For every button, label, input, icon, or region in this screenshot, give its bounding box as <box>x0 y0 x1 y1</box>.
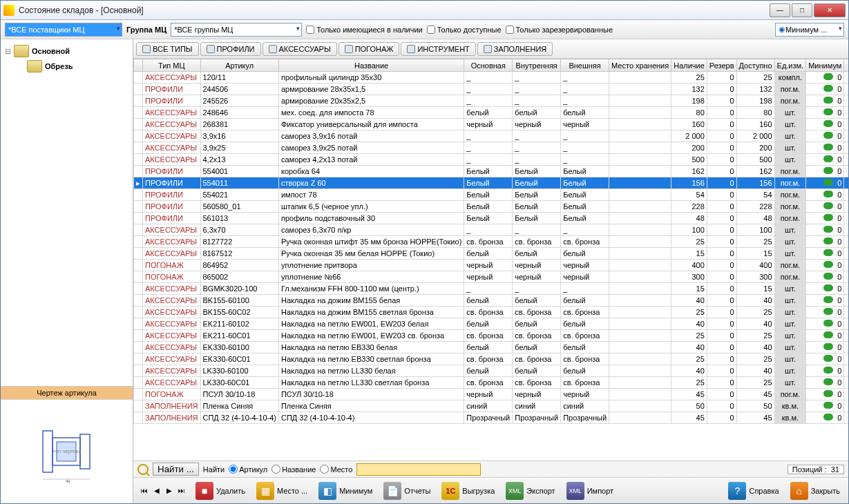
col-header[interactable] <box>844 59 848 72</box>
col-header[interactable]: Основная <box>464 59 513 72</box>
search-icon <box>137 464 149 475</box>
tab-аксессуары[interactable]: АКСЕССУАРЫ <box>263 42 337 56</box>
col-header[interactable]: Внутренняя <box>513 59 561 72</box>
svg-text:Нет чертежа: Нет чертежа <box>53 449 82 454</box>
tab-заполнения[interactable]: ЗАПОЛНЕНИЯ <box>477 42 553 56</box>
export-button[interactable]: XMLЭкспорт <box>503 481 557 501</box>
search-input[interactable] <box>356 463 481 476</box>
nav-buttons: ⏮ ◀ ▶ ⏭ <box>139 485 187 496</box>
table-row[interactable]: ПРОФИЛИ560580_01штапик 6,5 (черное упл.)… <box>134 201 849 213</box>
location-button[interactable]: ▦Место ... <box>254 481 310 501</box>
window-title: Состояние складов - [Основной] <box>19 6 770 15</box>
table-row[interactable]: АКСЕССУАРЫEK330-60100Накладка на петлю E… <box>134 342 849 353</box>
minimum-button[interactable]: ◧Минимум <box>316 481 375 501</box>
supplier-combo[interactable]: *ВСЕ поставщики МЦ <box>5 23 122 37</box>
table-row[interactable]: ЗАПОЛНЕНИЯСПД 32 (4-10-4-10-4)СПД 32 (4-… <box>134 412 849 424</box>
group-combo[interactable]: *ВСЕ группы МЦ <box>171 23 302 37</box>
close-app-button[interactable]: ⌂Закрыть <box>788 481 843 501</box>
col-header[interactable]: Наличие <box>671 59 707 72</box>
search-by-name[interactable]: Название <box>271 465 316 474</box>
table-row[interactable]: ▸ПРОФИЛИ554011створка Z 60БелыйБелыйБелы… <box>134 177 849 189</box>
col-header[interactable]: Доступно <box>736 59 774 72</box>
col-header[interactable]: Место хранения <box>609 59 671 72</box>
import-button[interactable]: XMLИмпорт <box>564 481 616 501</box>
col-header[interactable]: Ед.изм. <box>774 59 806 72</box>
status-dot <box>823 73 833 80</box>
help-button[interactable]: ?Справка <box>725 481 781 501</box>
maximize-button[interactable]: □ <box>792 3 812 17</box>
col-header[interactable]: Резерв <box>707 59 736 72</box>
nav-prev[interactable]: ◀ <box>151 485 162 496</box>
status-dot <box>823 284 833 291</box>
table-row[interactable]: АКСЕССУАРЫ3,9x16саморез 3,9х16 потай___2… <box>134 130 849 142</box>
find-button[interactable]: Найти ... <box>153 463 199 476</box>
search-by-place[interactable]: Место <box>320 465 352 474</box>
table-row[interactable]: ПОГОНАЖПСУЛ 30/10-18ПСУЛ 30/10-18черныйч… <box>134 389 849 400</box>
tab-icon <box>407 45 415 53</box>
table-row[interactable]: ПРОФИЛИ244506армирование 28х35х1,5___132… <box>134 84 849 95</box>
col-header[interactable]: Минимум <box>806 59 844 72</box>
only-available-checkbox[interactable]: Только доступные <box>427 26 502 34</box>
table-row[interactable]: АКСЕССУАРЫBGMK3020-100Гл.механизм FFH 80… <box>134 283 849 295</box>
data-grid[interactable]: Тип МЦАртикулНазваниеОсновнаяВнутренняяВ… <box>133 59 848 461</box>
table-row[interactable]: АКСЕССУАРЫ248646мех. соед. для импоста 7… <box>134 107 849 119</box>
col-header[interactable] <box>134 59 143 72</box>
table-row[interactable]: ПРОФИЛИ554001коробка 64БелыйБелыйБелый16… <box>134 166 849 177</box>
table-row[interactable]: ПОГОНАЖ864952уплотнение притворачерныйче… <box>134 260 849 271</box>
table-row[interactable]: АКСЕССУАРЫ8127722Ручка оконная штифт 35 … <box>134 236 849 248</box>
type-tabs: ВСЕ ТИПЫПРОФИЛИАКСЕССУАРЫПОГОНАЖИНСТРУМЕ… <box>133 39 848 59</box>
only-in-stock-checkbox[interactable]: Только имеющиеся в наличии <box>306 26 423 34</box>
col-header[interactable]: Артикул <box>200 59 278 72</box>
upload-button[interactable]: 1CВыгрузка <box>439 481 497 501</box>
folder-icon <box>27 60 42 72</box>
position-count: Позиций : 31 <box>788 465 844 474</box>
table-row[interactable]: ПРОФИЛИ561013профиль подставочный 30Белы… <box>134 213 849 224</box>
table-row[interactable]: ПОГОНАЖ865002уплотнение №66черныйчерныйч… <box>134 271 849 283</box>
table-row[interactable]: АКСЕССУАРЫEK211-60102Накладка на петлю E… <box>134 318 849 330</box>
tree-root[interactable]: ⊟ Основной <box>5 43 128 59</box>
tree-child[interactable]: Обрезь <box>27 59 128 74</box>
find-label: Найти <box>203 465 225 474</box>
tab-погонаж[interactable]: ПОГОНАЖ <box>338 42 400 56</box>
table-row[interactable]: АКСЕССУАРЫ8167512Ручка оконная 35 мм бел… <box>134 248 849 260</box>
nav-last[interactable]: ⏭ <box>176 485 187 496</box>
close-button[interactable]: ✕ <box>814 3 846 17</box>
app-icon <box>3 5 15 16</box>
article-drawing-preview: 46 Нет чертежа <box>1 400 133 503</box>
nav-next[interactable]: ▶ <box>164 485 175 496</box>
col-header[interactable]: Внешняя <box>561 59 609 72</box>
reports-button[interactable]: 📄Отчеты <box>381 481 433 501</box>
table-row[interactable]: АКСЕССУАРЫ268381Фиксатор универсальный д… <box>134 119 849 130</box>
table-row[interactable]: АКСЕССУАРЫBK155-60100Накладка на дожим B… <box>134 295 849 307</box>
col-header[interactable]: Название <box>278 59 464 72</box>
tab-icon <box>269 45 277 53</box>
search-bar: Найти ... Найти Артикул Название Место П… <box>133 461 848 477</box>
tab-профили[interactable]: ПРОФИЛИ <box>200 42 261 56</box>
table-row[interactable]: АКСЕССУАРЫ120/11профильный цилиндр 35х30… <box>134 72 849 84</box>
table-row[interactable]: АКСЕССУАРЫ6,3x70саморез 6,3х70 п/кр___10… <box>134 224 849 236</box>
status-dot <box>823 355 833 362</box>
nav-first[interactable]: ⏮ <box>139 485 150 496</box>
status-dot <box>823 296 833 303</box>
table-row[interactable]: АКСЕССУАРЫBK155-60C02Накладка на дожим B… <box>134 307 849 318</box>
tab-все типы[interactable]: ВСЕ ТИПЫ <box>136 42 199 56</box>
table-row[interactable]: ЗАПОЛНЕНИЯПленка СиняяПленка Синяясинийс… <box>134 400 849 412</box>
only-reserved-checkbox[interactable]: Только зарезервированные <box>506 26 613 34</box>
minimize-button[interactable]: — <box>770 3 790 17</box>
status-dot <box>823 214 833 221</box>
table-row[interactable]: АКСЕССУАРЫ4,2x13саморез 4,2х13 потай___5… <box>134 154 849 166</box>
table-row[interactable]: АКСЕССУАРЫEK330-60C01Накладка на петлю E… <box>134 353 849 365</box>
table-row[interactable]: АКСЕССУАРЫEK211-60C01Накладка на петлю E… <box>134 330 849 342</box>
col-header[interactable]: Тип МЦ <box>143 59 201 72</box>
table-row[interactable]: АКСЕССУАРЫ3,9x25саморез 3,9х25 потай___2… <box>134 142 849 154</box>
search-by-article[interactable]: Артикул <box>229 465 267 474</box>
table-row[interactable]: ПРОФИЛИ554021импост 78БелыйБелыйБелый540… <box>134 189 849 201</box>
table-row[interactable]: АКСЕССУАРЫLK330-60100Накладка на петлю L… <box>134 365 849 377</box>
status-dot <box>823 144 833 151</box>
delete-button[interactable]: ■Удалить <box>193 481 248 501</box>
tab-инструмент[interactable]: ИНСТРУМЕНТ <box>401 42 475 56</box>
table-row[interactable]: ПРОФИЛИ245526армирование 20х35х2,5___198… <box>134 95 849 107</box>
table-row[interactable]: АКСЕССУАРЫLK330-60C01Накладка на петлю L… <box>134 377 849 389</box>
tab-icon <box>484 45 492 53</box>
minimum-combo[interactable]: ◉ Минимум ... <box>775 23 844 37</box>
